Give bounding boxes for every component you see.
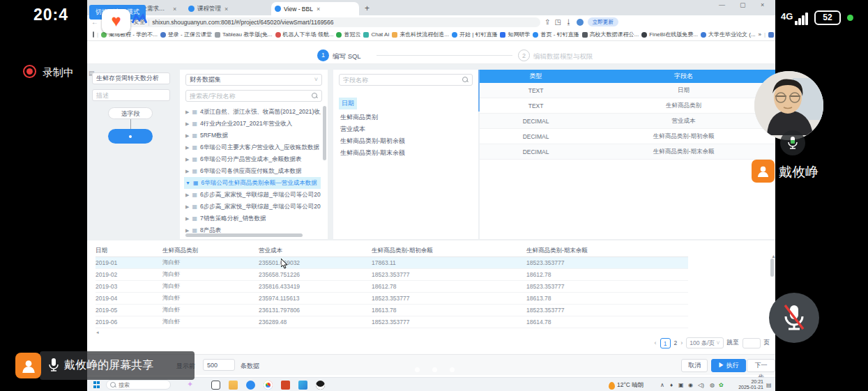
copilot-sparkle-icon[interactable]: ✦ — [187, 380, 193, 389]
field-item-selected[interactable]: 日期 — [339, 98, 357, 109]
floating-heart-app-icon[interactable]: ♥ — [102, 9, 130, 33]
chrome-icon[interactable] — [264, 381, 273, 390]
tree-item[interactable]: ▶▦5RFM数据 — [184, 130, 321, 141]
tray-network-icon[interactable]: ◍ — [710, 382, 715, 388]
tree-item[interactable]: ▶▦4浙江自然、浙江永强、牧高笛(2012_2021)收入与▲ — [184, 106, 321, 118]
tray-volume-icon[interactable]: ◁) — [698, 382, 704, 388]
bookmark-item[interactable]: 知网研学 — [500, 31, 530, 38]
jump-page-input[interactable] — [743, 338, 761, 348]
table-row[interactable]: 2019-02海白虾235658.75122618523.35377718612… — [96, 269, 688, 281]
tree-item[interactable]: ▶▦6华瑞公司分产品营业成本_余额数据表 — [184, 153, 321, 165]
table-row[interactable]: 2019-06海白虾236289.4818523.35377718614.78 — [96, 316, 688, 328]
view-description-input[interactable] — [92, 89, 170, 101]
tray-display-icon[interactable]: ▣ — [678, 382, 684, 388]
taskbar-weather[interactable]: 12°C 晴朗 — [609, 381, 644, 390]
mute-microphone-button[interactable] — [769, 293, 819, 343]
qq-icon[interactable] — [316, 381, 325, 390]
start-button[interactable] — [93, 381, 100, 388]
url-bar[interactable]: ⚠ 不安全 | shixun.shouguanyun.com:8081/#/pr… — [114, 17, 540, 27]
field-item[interactable]: 营业成本 — [340, 125, 365, 134]
taskbar-search[interactable] — [106, 380, 171, 390]
bookmark-item[interactable]: 首页 - 钉钉直播 — [533, 31, 579, 38]
scroll-left-icon[interactable]: ◂ — [96, 330, 99, 335]
bookmark-item[interactable]: 开始 | 钉钉直播 — [452, 31, 498, 38]
tree-item[interactable]: ▶▦4行业内企业2017_2021年营业收入 — [184, 118, 321, 130]
tree-item[interactable]: ▶▦6华瑞公司主要大客户营业收入_应收账款数据 — [184, 141, 321, 153]
field-item[interactable]: 生鲜商品类别-期末余额 — [340, 148, 405, 158]
vertical-scrollbar[interactable] — [323, 106, 326, 160]
field-search-input[interactable] — [339, 74, 473, 86]
extensions-icon[interactable]: ◳ — [554, 18, 561, 26]
jump-label: 跳至 — [727, 339, 739, 347]
pick-fields-button[interactable]: 选字段 — [108, 107, 153, 119]
profile-avatar[interactable] — [577, 19, 584, 26]
new-tab-button[interactable]: + — [365, 3, 370, 13]
bookmarks-overflow-icon[interactable]: » — [759, 31, 761, 38]
window-maximize-icon[interactable]: ▢ — [740, 1, 746, 8]
page-2-button[interactable]: 2 — [674, 339, 678, 346]
bookmark-item[interactable]: 大学生毕业论文 (... — [701, 31, 756, 38]
row-limit-input[interactable] — [203, 359, 235, 371]
photos-icon[interactable] — [298, 381, 307, 390]
scroll-up-icon[interactable]: ▲ — [771, 254, 775, 259]
tree-item[interactable]: ▶▦6步步高_家家悦_华联综超_华瑞公司等公司2018_2 — [184, 189, 321, 201]
tray-camera-icon[interactable]: ◉ — [688, 382, 693, 388]
dingtalk-icon[interactable] — [246, 381, 255, 390]
next-step-button[interactable]: 下一步 — [747, 359, 775, 372]
execute-button[interactable]: ▶ 执行 — [711, 359, 746, 372]
table-row[interactable]: 2019-05海白虾236131.79780618613.7818523.353… — [96, 305, 688, 316]
browser-tab-active[interactable]: View - BBL × — [271, 2, 359, 15]
window-minimize-icon[interactable]: — — [719, 1, 725, 8]
apps-grid-icon[interactable] — [93, 31, 94, 38]
bookmark-item[interactable]: Chat Ai — [363, 31, 389, 38]
powerpoint-icon[interactable] — [281, 381, 290, 390]
tree-item[interactable]: ▶▦7销售策略分析_销售数据 — [184, 213, 321, 224]
field-item[interactable]: 生鲜商品类别 — [340, 113, 378, 122]
file-explorer-icon[interactable] — [229, 381, 238, 390]
view-name-input[interactable] — [92, 72, 170, 84]
tree-item-selected[interactable]: ▼▦6华瑞公司生鲜商品类别余额—营业成本数据 — [184, 177, 321, 189]
table-row[interactable]: 2019-01海白虾235501.06903217863.1118523.353… — [96, 257, 688, 269]
table-row[interactable]: 2019-03海白虾235816.43341918612.7818523.353… — [96, 281, 688, 293]
prev-page-icon[interactable]: ‹ — [655, 339, 657, 346]
vertical-scrollbar[interactable] — [770, 259, 774, 277]
browser-tab-2[interactable]: 课程管理 × — [185, 2, 268, 15]
taskbar-clock[interactable]: 20:212025-01-21 — [730, 379, 763, 390]
bookmark-item[interactable]: 登录 - 正保云课堂 — [160, 31, 212, 38]
dataset-select-value: 财务数据集 — [190, 76, 221, 83]
sql-node-pill[interactable] — [108, 129, 153, 144]
bookmark-item[interactable]: FineBI在线版免费... — [641, 31, 698, 38]
notification-icon[interactable]: ▤ — [766, 382, 772, 388]
webcam-video[interactable] — [754, 71, 823, 140]
tree-item[interactable]: ▶▦6华瑞公司各供应商应付账款_成本数据 — [184, 165, 321, 177]
dataset-select[interactable]: 财务数据集 ˅ — [185, 74, 322, 86]
task-view-icon[interactable] — [211, 381, 220, 390]
next-page-icon[interactable]: › — [680, 339, 683, 346]
bookmark-item[interactable]: 来也科技流程创造... — [392, 31, 449, 38]
tray-expand-icon[interactable]: ∧ — [660, 382, 664, 388]
participant-mic-icon[interactable] — [780, 130, 805, 155]
bookmark-item[interactable]: Tableau 教学版(免... — [215, 31, 273, 38]
page-size-select[interactable]: 100 条/页 ˅ — [686, 337, 723, 348]
share-icon[interactable]: ⇪ — [545, 18, 550, 26]
tab-close-icon[interactable]: × — [173, 6, 176, 13]
tab-close-icon[interactable]: × — [224, 6, 228, 13]
table-search-input[interactable] — [185, 90, 322, 102]
all-bookmarks-button[interactable]: 所有书签 — [768, 31, 775, 38]
bookmark-item[interactable]: 首冠云 — [336, 31, 360, 38]
field-item[interactable]: 生鲜商品类别-期初余额 — [340, 137, 405, 146]
bookmark-item[interactable]: 机器人下半场 领航... — [275, 31, 334, 38]
bookmark-item[interactable]: 高校大数据课程公... — [582, 31, 639, 38]
tray-mic-icon[interactable]: ♦ — [670, 382, 673, 388]
table-row[interactable]: 2019-04海白虾235974.11561318523.35377718613… — [96, 293, 688, 305]
tray-security-icon[interactable]: ✿ — [719, 382, 724, 388]
window-close-icon[interactable]: × — [761, 1, 764, 8]
cancel-button[interactable]: 取消 — [681, 359, 708, 372]
tree-item[interactable]: ▶▦6步步高_家家悦_华联综超_华瑞公司等公司2018_2 — [184, 201, 321, 213]
browser-update-button[interactable]: 立即更新 — [588, 17, 618, 26]
horizontal-scrollbar[interactable] — [185, 233, 303, 237]
page-1-button[interactable]: 1 — [660, 338, 671, 348]
taskbar-search-input[interactable] — [119, 382, 160, 388]
tab-close-icon[interactable]: × — [317, 6, 320, 13]
download-icon[interactable]: ⭳ — [565, 18, 572, 26]
